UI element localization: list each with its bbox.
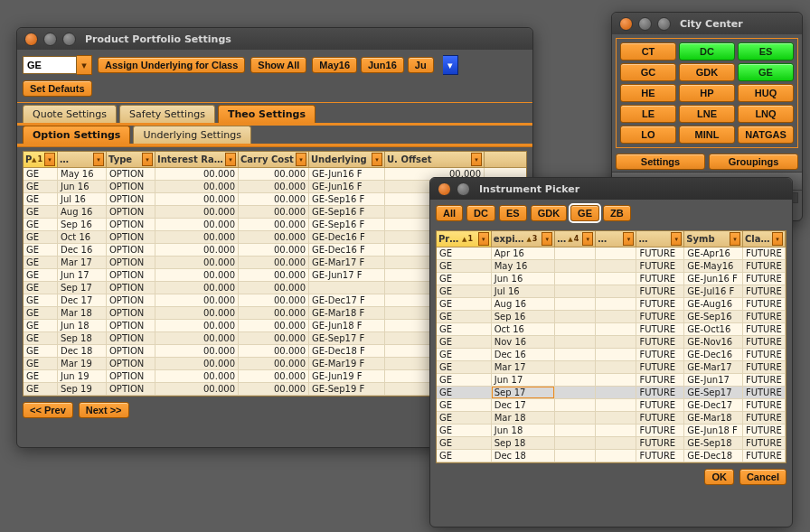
tab[interactable]: Safety Settings xyxy=(119,105,215,123)
filter-dropdown-icon[interactable] xyxy=(142,153,153,166)
filter-dropdown-icon[interactable] xyxy=(225,153,236,166)
filter-dropdown-icon[interactable] xyxy=(623,232,634,246)
symbol-button-natgas[interactable]: NATGAS xyxy=(738,126,794,144)
symbol-button-le[interactable]: LE xyxy=(620,105,676,123)
picker-titlebar[interactable]: Instrument Picker xyxy=(430,178,792,200)
symbol-button-minl[interactable]: MINL xyxy=(679,126,735,144)
column-header[interactable]: Pr…▲1 xyxy=(437,231,492,247)
maximize-icon[interactable] xyxy=(62,33,76,46)
month-chip[interactable]: Jun16 xyxy=(361,57,404,73)
symbol-button-lne[interactable]: LNE xyxy=(679,105,735,123)
filter-dropdown-icon[interactable] xyxy=(582,232,593,246)
next-button[interactable]: Next >> xyxy=(79,402,129,418)
assign-underlying-button[interactable]: Assign Underlying for Class xyxy=(98,57,245,73)
column-header[interactable]: … xyxy=(636,231,684,247)
table-row[interactable]: GEDec 16FUTUREGE-Dec16FUTURE xyxy=(437,349,786,361)
filter-dropdown-icon[interactable] xyxy=(730,232,740,246)
picker-grid-body[interactable]: GEApr 16FUTUREGE-Apr16FUTUREGEMay 16FUTU… xyxy=(437,247,786,462)
filter-dropdown-icon[interactable] xyxy=(372,153,382,166)
column-header[interactable]: Pr…▲1 xyxy=(24,152,58,167)
column-header[interactable]: Class xyxy=(743,231,786,247)
minimize-icon[interactable] xyxy=(43,33,57,46)
filter-chip[interactable]: ZB xyxy=(603,205,631,221)
column-header[interactable]: expi…▲3 xyxy=(492,231,556,247)
filter-dropdown-icon[interactable] xyxy=(93,153,104,166)
filter-dropdown-icon[interactable] xyxy=(471,153,482,166)
table-row[interactable]: GEJun 17FUTUREGE-Jun17FUTURE xyxy=(437,374,786,387)
filter-dropdown-icon[interactable] xyxy=(671,232,682,246)
symbol-button-es[interactable]: ES xyxy=(738,42,794,61)
close-icon[interactable] xyxy=(24,33,38,46)
table-row[interactable]: GEMar 18FUTUREGE-Mar18FUTURE xyxy=(437,412,786,425)
filter-dropdown-icon[interactable] xyxy=(296,153,306,166)
table-row[interactable]: GEDec 18FUTUREGE-Dec18FUTURE xyxy=(437,450,786,462)
column-header[interactable]: Type xyxy=(107,152,155,167)
tab[interactable]: Theo Settings xyxy=(218,105,316,123)
column-header[interactable]: …▲4 xyxy=(555,231,596,247)
month-overflow-dropdown[interactable] xyxy=(443,55,458,75)
ok-button[interactable]: OK xyxy=(704,469,734,485)
tab[interactable]: Quote Settings xyxy=(23,105,117,123)
groupings-button[interactable]: Groupings xyxy=(709,154,798,170)
symbol-button-gdk[interactable]: GDK xyxy=(679,63,735,81)
filter-chip[interactable]: ES xyxy=(499,205,527,221)
settings-button[interactable]: Settings xyxy=(616,154,705,170)
tab[interactable]: Underlying Settings xyxy=(133,126,251,144)
symbol-button-lnq[interactable]: LNQ xyxy=(738,105,794,123)
show-all-button[interactable]: Show All xyxy=(250,57,306,73)
column-header[interactable]: … xyxy=(58,152,107,167)
filter-chip[interactable]: GE xyxy=(570,205,599,221)
table-row[interactable]: GEMar 17FUTUREGE-Mar17FUTURE xyxy=(437,361,786,374)
cancel-button[interactable]: Cancel xyxy=(739,469,786,485)
month-chip[interactable]: May16 xyxy=(312,57,357,73)
minimize-icon[interactable] xyxy=(457,182,470,196)
table-row[interactable]: GEApr 16FUTUREGE-Apr16FUTURE xyxy=(437,247,786,260)
maximize-icon[interactable] xyxy=(657,17,671,31)
table-row[interactable]: GEMay 16FUTUREGE-May16FUTURE xyxy=(437,260,786,273)
symbol-button-dc[interactable]: DC xyxy=(679,42,735,61)
close-icon[interactable] xyxy=(438,182,451,196)
table-row[interactable]: GEJun 16FUTUREGE-Jun16 FFUTURE xyxy=(437,273,786,285)
symbol-button-gc[interactable]: GC xyxy=(620,63,676,81)
symbol-button-ge[interactable]: GE xyxy=(738,63,794,81)
underlying-input[interactable] xyxy=(23,56,77,74)
filter-chip[interactable]: GDK xyxy=(531,205,567,221)
close-icon[interactable] xyxy=(619,17,633,31)
filter-chip[interactable]: DC xyxy=(466,205,495,221)
filter-dropdown-icon[interactable] xyxy=(44,153,55,166)
table-row[interactable]: GEOct 16FUTUREGE-Oct16FUTURE xyxy=(437,323,786,336)
filter-dropdown-icon[interactable] xyxy=(478,232,489,246)
underlying-combo[interactable] xyxy=(23,56,92,74)
column-header[interactable]: … xyxy=(596,231,636,247)
column-header[interactable]: Interest Rate xyxy=(155,152,239,167)
filter-dropdown-icon[interactable] xyxy=(772,232,783,246)
citycenter-titlebar[interactable]: City Center xyxy=(612,13,802,34)
chevron-down-icon[interactable] xyxy=(77,55,92,75)
month-chip[interactable]: Ju xyxy=(408,57,434,73)
prev-button[interactable]: << Prev xyxy=(23,402,73,418)
filter-dropdown-icon[interactable] xyxy=(542,232,552,246)
portfolio-titlebar[interactable]: Product Portfolio Settings xyxy=(17,28,532,50)
table-row[interactable]: GEJun 18FUTUREGE-Jun18 FFUTURE xyxy=(437,425,786,437)
portfolio-toolbar: Assign Underlying for Class Show All May… xyxy=(17,50,532,102)
set-defaults-button[interactable]: Set Defauts xyxy=(23,80,92,97)
column-header[interactable]: Underlying xyxy=(309,152,385,167)
symbol-button-lo[interactable]: LO xyxy=(620,126,676,144)
table-row[interactable]: GESep 18FUTUREGE-Sep18FUTURE xyxy=(437,437,786,450)
table-row[interactable]: GESep 17FUTUREGE-Sep17FUTURE xyxy=(437,387,786,399)
table-row[interactable]: GESep 16FUTUREGE-Sep16FUTURE xyxy=(437,311,786,323)
filter-chip[interactable]: All xyxy=(436,205,463,221)
symbol-button-huq[interactable]: HUQ xyxy=(738,84,794,102)
column-header[interactable]: Symb xyxy=(684,231,743,247)
tab[interactable]: Option Settings xyxy=(23,126,130,144)
symbol-button-he[interactable]: HE xyxy=(620,84,676,102)
table-row[interactable]: GEJul 16FUTUREGE-Jul16 FFUTURE xyxy=(437,285,786,298)
column-header[interactable]: U. Offset xyxy=(385,152,485,167)
table-row[interactable]: GEAug 16FUTUREGE-Aug16FUTURE xyxy=(437,298,786,311)
column-header[interactable]: Carry Cost xyxy=(239,152,309,167)
table-row[interactable]: GENov 16FUTUREGE-Nov16FUTURE xyxy=(437,336,786,349)
table-row[interactable]: GEDec 17FUTUREGE-Dec17FUTURE xyxy=(437,399,786,412)
symbol-button-hp[interactable]: HP xyxy=(679,84,735,102)
minimize-icon[interactable] xyxy=(638,17,652,31)
symbol-button-ct[interactable]: CT xyxy=(620,42,676,61)
